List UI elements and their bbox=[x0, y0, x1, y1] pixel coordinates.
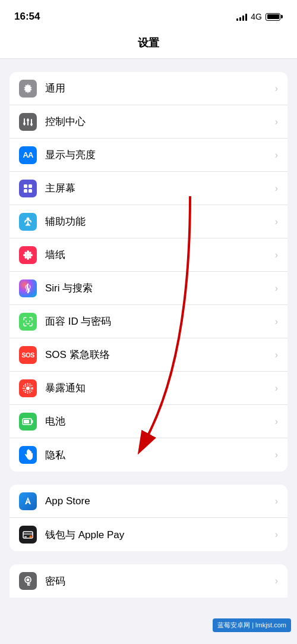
faceid-icon bbox=[19, 313, 37, 331]
wallet-card-icon bbox=[23, 530, 33, 539]
status-icons: 4G bbox=[236, 12, 283, 21]
siri-chevron: › bbox=[275, 283, 278, 294]
sos-label: SOS 紧急联络 bbox=[45, 348, 270, 362]
svg-rect-31 bbox=[24, 420, 29, 423]
svg-point-37 bbox=[30, 536, 33, 538]
settings-row-display[interactable]: AA 显示与亮度 › bbox=[10, 139, 287, 172]
exposure-label: 暴露通知 bbox=[45, 381, 270, 395]
settings-row-exposure[interactable]: 暴露通知 › bbox=[10, 372, 287, 405]
signal-icon bbox=[236, 12, 247, 21]
wallet-icon bbox=[19, 526, 37, 544]
settings-row-home-screen[interactable]: 主屏幕 › bbox=[10, 172, 287, 205]
privacy-icon bbox=[19, 446, 37, 464]
siri-icon bbox=[19, 279, 37, 297]
privacy-label: 隐私 bbox=[45, 448, 270, 462]
svg-rect-41 bbox=[29, 583, 30, 585]
control-center-icon bbox=[19, 113, 37, 131]
svg-rect-34 bbox=[23, 533, 33, 535]
battery-indicator-icon bbox=[22, 417, 34, 426]
svg-point-39 bbox=[27, 579, 30, 582]
accessibility-person-icon bbox=[23, 216, 33, 227]
control-center-label: 控制中心 bbox=[45, 115, 270, 128]
battery-icon bbox=[19, 413, 37, 431]
exposure-notification-icon bbox=[22, 382, 34, 394]
wallpaper-icon bbox=[19, 246, 37, 264]
accessibility-icon bbox=[19, 213, 37, 231]
appstore-a-icon bbox=[23, 496, 33, 507]
password-icon bbox=[19, 572, 37, 590]
grid-icon bbox=[23, 183, 33, 194]
svg-point-7 bbox=[23, 122, 26, 125]
settings-row-sos[interactable]: SOS SOS 紧急联络 › bbox=[10, 338, 287, 372]
settings-row-password[interactable]: 密码 › bbox=[10, 564, 287, 598]
svg-point-9 bbox=[30, 123, 33, 125]
svg-rect-11 bbox=[29, 184, 32, 188]
appstore-label: App Store bbox=[45, 495, 270, 507]
display-label: 显示与亮度 bbox=[45, 148, 270, 162]
accessibility-label: 辅助功能 bbox=[45, 215, 270, 228]
settings-row-battery[interactable]: 电池 › bbox=[10, 405, 287, 438]
battery-status-icon bbox=[266, 13, 283, 21]
display-chevron: › bbox=[275, 150, 278, 161]
network-type: 4G bbox=[251, 12, 262, 21]
sliders-icon bbox=[23, 117, 33, 127]
exposure-chevron: › bbox=[275, 383, 278, 394]
status-bar: 16:54 4G bbox=[0, 0, 297, 30]
settings-row-appstore[interactable]: App Store › bbox=[10, 485, 287, 518]
home-screen-label: 主屏幕 bbox=[45, 181, 270, 195]
settings-row-wallet[interactable]: 钱包与 Apple Pay › bbox=[10, 518, 287, 551]
svg-rect-3 bbox=[27, 121, 29, 125]
svg-point-27 bbox=[26, 387, 30, 390]
face-scan-icon bbox=[23, 316, 33, 327]
svg-point-8 bbox=[27, 119, 29, 121]
general-label: 通用 bbox=[45, 81, 270, 95]
settings-row-wallpaper[interactable]: 墙纸 › bbox=[10, 238, 287, 272]
appstore-icon bbox=[19, 492, 37, 510]
svg-rect-5 bbox=[31, 119, 32, 124]
settings-row-privacy[interactable]: 隐私 › bbox=[10, 438, 287, 472]
settings-group-2: App Store › 钱包与 Apple Pay › bbox=[10, 485, 287, 551]
wallpaper-label: 墙纸 bbox=[45, 248, 270, 262]
settings-row-siri[interactable]: Siri 与搜索 › bbox=[10, 272, 287, 305]
nav-bar: 设置 bbox=[0, 30, 297, 59]
settings-group-3: 密码 › bbox=[10, 564, 287, 598]
hand-icon bbox=[23, 449, 33, 461]
privacy-chevron: › bbox=[275, 450, 278, 460]
battery-chevron: › bbox=[275, 416, 278, 427]
page-title: 设置 bbox=[138, 37, 159, 49]
faceid-chevron: › bbox=[275, 316, 278, 327]
appstore-chevron: › bbox=[275, 496, 278, 507]
svg-rect-1 bbox=[24, 118, 25, 123]
sos-chevron: › bbox=[275, 350, 278, 360]
sos-icon: SOS bbox=[19, 346, 37, 364]
svg-rect-12 bbox=[24, 189, 27, 193]
svg-rect-35 bbox=[24, 536, 27, 538]
svg-rect-32 bbox=[31, 420, 33, 423]
general-chevron: › bbox=[275, 83, 278, 94]
gear-icon bbox=[23, 83, 33, 94]
settings-row-faceid[interactable]: 面容 ID 与密码 › bbox=[10, 305, 287, 338]
key-icon bbox=[24, 576, 32, 586]
general-icon bbox=[19, 80, 37, 98]
watermark: 蓝莓安卓网 | lmkjst.com bbox=[213, 618, 291, 632]
svg-rect-10 bbox=[24, 184, 27, 188]
home-screen-icon bbox=[19, 180, 37, 197]
settings-row-control-center[interactable]: 控制中心 › bbox=[10, 105, 287, 139]
wallet-label: 钱包与 Apple Pay bbox=[45, 528, 270, 542]
svg-rect-13 bbox=[29, 189, 32, 193]
wallpaper-chevron: › bbox=[275, 250, 278, 260]
siri-wave-icon bbox=[24, 283, 32, 294]
password-chevron: › bbox=[275, 576, 278, 586]
svg-rect-42 bbox=[29, 585, 30, 586]
exposure-icon bbox=[19, 379, 37, 397]
settings-row-accessibility[interactable]: 辅助功能 › bbox=[10, 205, 287, 238]
siri-label: Siri 与搜索 bbox=[45, 281, 270, 295]
control-center-chevron: › bbox=[275, 117, 278, 127]
accessibility-chevron: › bbox=[275, 216, 278, 227]
home-screen-chevron: › bbox=[275, 183, 278, 194]
faceid-label: 面容 ID 与密码 bbox=[45, 315, 270, 328]
password-label: 密码 bbox=[45, 574, 270, 588]
flower-icon bbox=[23, 250, 33, 260]
settings-row-general[interactable]: 通用 › bbox=[10, 72, 287, 105]
battery-label: 电池 bbox=[45, 414, 270, 428]
